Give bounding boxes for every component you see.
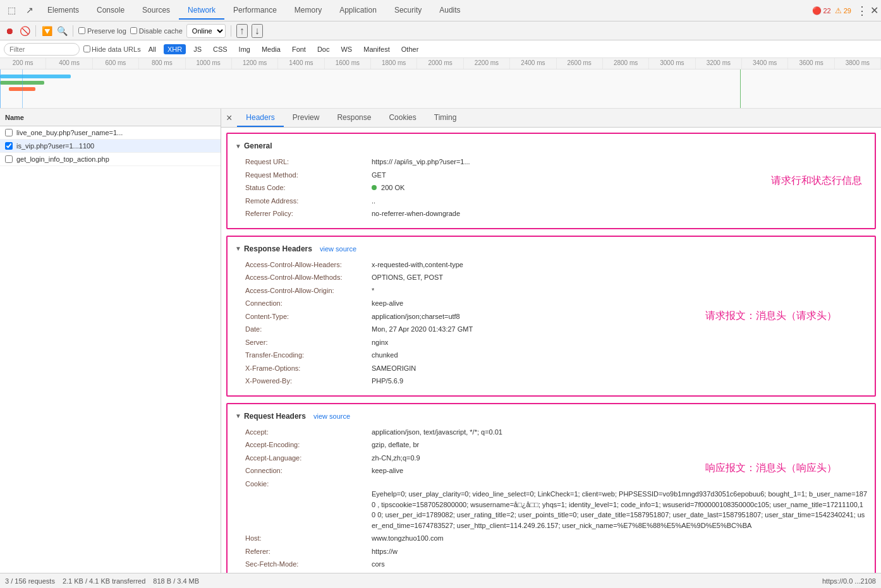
search-button[interactable]: 🔍: [56, 25, 68, 37]
error-count: 🔴 22: [812, 6, 831, 15]
timeline-tick: 2200 ms: [464, 58, 510, 69]
tab-performance[interactable]: Performance: [224, 2, 286, 20]
request-name-1: live_one_buy.php?user_name=1...: [16, 129, 216, 136]
rh-value-6: Mon, 27 Apr 2020 01:43:27 GMT: [372, 324, 867, 335]
reqh-row-2: Accept-Encoding: gzip, deflate, br: [245, 438, 867, 452]
details-tab-timing[interactable]: Timing: [425, 109, 466, 127]
rh-label-1: Access-Control-Allow-Headers:: [245, 260, 372, 270]
tab-console[interactable]: Console: [88, 2, 133, 20]
hide-data-urls-checkbox[interactable]: Hide data URLs: [83, 45, 141, 53]
filter-font-button[interactable]: Font: [288, 44, 310, 54]
details-tab-headers[interactable]: Headers: [237, 109, 283, 127]
preserve-log-checkbox[interactable]: Preserve log: [78, 27, 126, 35]
record-button[interactable]: ⏺: [4, 25, 15, 37]
request-headers-body: Accept: application/json, text/javascrip…: [235, 423, 867, 573]
request-item-3[interactable]: get_login_info_top_action.php: [0, 153, 221, 166]
reqh-row-5: Cookie: Eyehelp=0; user_play_clarity=0; …: [245, 477, 867, 532]
rh-value-4: keep-alive: [372, 298, 867, 309]
tab-sources[interactable]: Sources: [133, 2, 179, 20]
details-close-button[interactable]: ×: [221, 112, 237, 124]
reqh-value-6: www.tongzhuo100.com: [372, 533, 867, 544]
timeline-panel: 200 ms400 ms600 ms800 ms1000 ms1200 ms14…: [0, 58, 881, 109]
filter-icon-button[interactable]: 🔽: [41, 25, 52, 37]
timeline-tick: 3400 ms: [742, 58, 788, 69]
timeline-tick: 1000 ms: [186, 58, 232, 69]
request-list-header: Name: [0, 109, 221, 126]
timeline-tick: 3000 ms: [649, 58, 695, 69]
timeline-tick: 800 ms: [139, 58, 185, 69]
response-headers-annotation: 请求报文：消息头（请求头）: [705, 309, 837, 323]
upload-har-button[interactable]: ↑: [236, 24, 248, 38]
clear-button[interactable]: 🚫: [19, 25, 30, 37]
filter-js-button[interactable]: JS: [190, 44, 205, 54]
response-headers-section-header[interactable]: Response Headers view source: [235, 242, 867, 256]
timeline-tick: 2800 ms: [603, 58, 649, 69]
rh-row-3: Access-Control-Allow-Origin: *: [245, 284, 867, 297]
tab-elements[interactable]: Elements: [39, 2, 88, 20]
response-headers-view-source[interactable]: view source: [320, 245, 356, 253]
request-checkbox-2[interactable]: [5, 142, 13, 150]
rh-row-10: X-Powered-By: PHP/5.6.9: [245, 375, 867, 388]
disable-cache-checkbox[interactable]: Disable cache: [130, 27, 183, 35]
details-tab-cookies[interactable]: Cookies: [380, 109, 425, 127]
tab-memory[interactable]: Memory: [286, 2, 331, 20]
timeline-tick: 1200 ms: [232, 58, 278, 69]
filter-all-button[interactable]: All: [145, 44, 160, 54]
request-item[interactable]: live_one_buy.php?user_name=1...: [0, 126, 221, 140]
rh-value-9: SAMEORIGIN: [372, 363, 867, 374]
request-item-selected[interactable]: is_vip.php?user=1...1100: [0, 140, 221, 153]
rh-row-2: Access-Control-Allow-Methods: OPTIONS, G…: [245, 271, 867, 284]
filter-xhr-button[interactable]: XHR: [164, 44, 186, 54]
download-har-button[interactable]: ↓: [252, 24, 263, 38]
tab-network[interactable]: Network: [179, 2, 224, 20]
tab-inspect-icon[interactable]: ⬚: [3, 5, 21, 16]
filter-media-button[interactable]: Media: [258, 44, 284, 54]
reqh-value-7: https://w: [372, 546, 867, 557]
request-name-2: is_vip.php?user=1...1100: [16, 142, 216, 150]
timeline-tick: 3600 ms: [788, 58, 834, 69]
filter-manifest-button[interactable]: Manifest: [360, 44, 394, 54]
reqh-row-1: Accept: application/json, text/javascrip…: [245, 426, 867, 439]
filter-input[interactable]: [4, 43, 80, 56]
timeline-tick: 1400 ms: [278, 58, 324, 69]
main-area: Name live_one_buy.php?user_name=1... is_…: [0, 109, 881, 573]
filter-doc-button[interactable]: Doc: [313, 44, 334, 54]
general-section-header[interactable]: General: [235, 139, 867, 153]
filter-other-button[interactable]: Other: [398, 44, 423, 54]
timeline-ruler: 200 ms400 ms600 ms800 ms1000 ms1200 ms14…: [0, 58, 881, 69]
rh-row-1: Access-Control-Allow-Headers: x-requeste…: [245, 258, 867, 272]
rh-label-8: Transfer-Encoding:: [245, 350, 372, 361]
timeline-tick: 2400 ms: [510, 58, 556, 69]
request-url-value: https:// /api/is_vip.php?user=1...: [372, 157, 867, 167]
timeline-tick: 3800 ms: [835, 58, 881, 69]
timeline-tick: 200 ms: [0, 58, 46, 69]
tab-pointer-icon[interactable]: ↗: [21, 5, 39, 16]
details-tab-response[interactable]: Response: [328, 109, 380, 127]
timeline-tick: 600 ms: [93, 58, 139, 69]
tab-application[interactable]: Application: [331, 2, 386, 20]
rh-row-7: Server: nginx: [245, 336, 867, 349]
separator-3: [231, 25, 231, 37]
request-headers-section-header[interactable]: Request Headers view source: [235, 409, 867, 423]
timeline-marker-2: [22, 69, 23, 108]
tab-security[interactable]: Security: [386, 2, 430, 20]
filter-img-button[interactable]: Img: [235, 44, 254, 54]
network-toolbar: ⏺ 🚫 🔽 🔍 Preserve log Disable cache Onlin…: [0, 21, 881, 40]
separator-1: [35, 25, 36, 37]
reqh-label-3: Accept-Language:: [245, 453, 372, 464]
reqh-value-1: application/json, text/javascript, */*; …: [372, 427, 867, 438]
tab-audits[interactable]: Audits: [430, 2, 469, 20]
reqh-label-6: Host:: [245, 533, 372, 544]
filter-css-button[interactable]: CSS: [209, 44, 231, 54]
throttle-select[interactable]: Online: [186, 24, 226, 38]
rh-row-6: Date: Mon, 27 Apr 2020 01:43:27 GMT: [245, 323, 867, 336]
more-options-icon[interactable]: ⋮: [856, 4, 868, 18]
filter-ws-button[interactable]: WS: [337, 44, 356, 54]
reqh-value-5: Eyehelp=0; user_play_clarity=0; video_li…: [245, 489, 867, 531]
details-tab-preview[interactable]: Preview: [284, 109, 329, 127]
request-checkbox-1[interactable]: [5, 129, 13, 136]
close-devtools-icon[interactable]: ✕: [870, 4, 878, 16]
request-headers-view-source[interactable]: view source: [313, 412, 350, 420]
reqh-row-7: Referer: https://w: [245, 545, 867, 558]
request-checkbox-3[interactable]: [5, 155, 13, 163]
